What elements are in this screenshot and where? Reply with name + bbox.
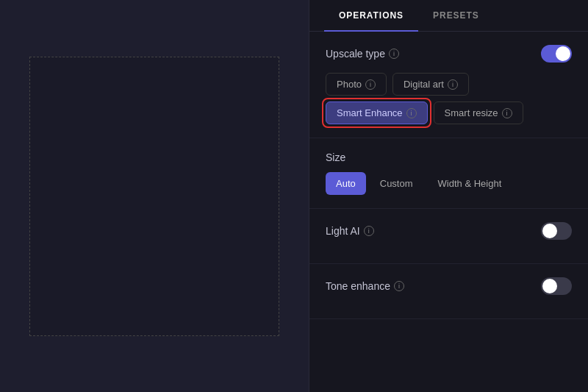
light-ai-info-icon[interactable]: i xyxy=(364,226,374,236)
tone-enhance-toggle-knob xyxy=(542,279,557,293)
tone-enhance-row: Tone enhance i xyxy=(326,277,572,295)
light-ai-row: Light AI i xyxy=(326,222,572,240)
tone-enhance-info-icon[interactable]: i xyxy=(394,281,404,291)
type-btn-smart-enhance[interactable]: Smart Enhance i xyxy=(326,101,428,124)
canvas-placeholder xyxy=(29,57,279,336)
type-btn-smart-resize[interactable]: Smart resize i xyxy=(434,101,523,124)
tab-operations[interactable]: OPERATIONS xyxy=(324,0,418,31)
upscale-section: Upscale type i Photo i Digital art i xyxy=(309,32,588,138)
light-ai-toggle-knob xyxy=(542,224,557,238)
size-btn-custom[interactable]: Custom xyxy=(369,172,424,195)
upscale-info-icon[interactable]: i xyxy=(389,49,399,59)
size-button-group: Auto Custom Width & Height xyxy=(326,172,572,195)
smart-enhance-info-icon[interactable]: i xyxy=(406,108,417,118)
light-ai-toggle[interactable] xyxy=(541,222,572,240)
upscale-toggle[interactable] xyxy=(541,45,572,63)
tabs-bar: OPERATIONS PRESETS xyxy=(309,0,588,32)
type-btn-digital-art[interactable]: Digital art i xyxy=(392,73,469,96)
upscale-row: Upscale type i xyxy=(326,45,572,63)
size-btn-auto[interactable]: Auto xyxy=(326,172,366,195)
size-btn-width-height[interactable]: Width & Height xyxy=(427,172,513,195)
tone-enhance-toggle[interactable] xyxy=(541,277,572,295)
tab-presets[interactable]: PRESETS xyxy=(418,0,494,31)
light-ai-label: Light AI i xyxy=(326,225,374,237)
right-panel: OPERATIONS PRESETS Upscale type i xyxy=(309,0,588,392)
digital-art-info-icon[interactable]: i xyxy=(448,79,458,90)
settings-content: Upscale type i Photo i Digital art i xyxy=(309,32,588,392)
tone-enhance-section: Tone enhance i xyxy=(309,264,588,319)
canvas-area xyxy=(0,0,309,392)
size-section: Size Auto Custom Width & Height xyxy=(309,138,588,209)
size-label: Size xyxy=(326,152,572,163)
upscale-label: Upscale type i xyxy=(326,48,399,60)
type-btn-photo[interactable]: Photo i xyxy=(326,73,387,96)
smart-resize-info-icon[interactable]: i xyxy=(502,108,512,118)
smart-enhance-wrapper: Smart Enhance i xyxy=(326,101,428,124)
type-button-group: Photo i Digital art i Smart Enhance i xyxy=(326,73,572,124)
light-ai-section: Light AI i xyxy=(309,209,588,264)
upscale-toggle-knob xyxy=(556,46,570,61)
photo-info-icon[interactable]: i xyxy=(365,79,376,90)
tone-enhance-label: Tone enhance i xyxy=(326,280,404,292)
